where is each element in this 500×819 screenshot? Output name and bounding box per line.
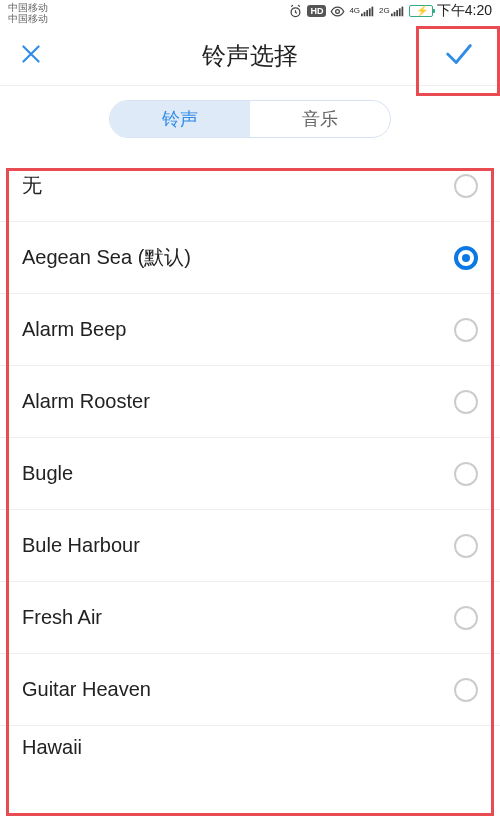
tab-group: 铃声 音乐 (109, 100, 391, 138)
radio-icon (454, 390, 478, 414)
radio-icon (454, 462, 478, 486)
signal-2-icon: 2G (379, 5, 405, 17)
alarm-clock-icon (288, 4, 303, 19)
carrier-1: 中国移动 (8, 2, 48, 13)
radio-icon (454, 318, 478, 342)
svg-rect-7 (391, 14, 393, 17)
list-item[interactable]: Alarm Beep (0, 294, 500, 366)
list-item-label: Hawaii (22, 736, 82, 759)
list-item[interactable]: Bugle (0, 438, 500, 510)
list-item-label: Aegean Sea (默认) (22, 244, 191, 271)
svg-rect-11 (401, 7, 403, 17)
list-item-label: Bule Harbour (22, 534, 140, 557)
page-title: 铃声选择 (202, 40, 298, 72)
list-item-label: Fresh Air (22, 606, 102, 629)
radio-selected-icon (454, 246, 478, 270)
svg-rect-8 (393, 12, 395, 16)
svg-rect-10 (399, 8, 401, 16)
list-item-label: Guitar Heaven (22, 678, 151, 701)
list-item[interactable]: Fresh Air (0, 582, 500, 654)
check-icon (442, 37, 476, 75)
svg-point-1 (336, 9, 340, 13)
list-item[interactable]: Guitar Heaven (0, 654, 500, 726)
radio-icon (454, 534, 478, 558)
list-item[interactable]: Bule Harbour (0, 510, 500, 582)
tab-music[interactable]: 音乐 (250, 101, 390, 137)
list-item-label: 无 (22, 172, 42, 199)
radio-icon (454, 606, 478, 630)
svg-rect-9 (396, 10, 398, 16)
list-item-label: Alarm Rooster (22, 390, 150, 413)
list-item[interactable]: 无 (0, 150, 500, 222)
eye-icon (330, 4, 345, 19)
carrier-labels: 中国移动 中国移动 (8, 2, 48, 24)
radio-icon (454, 678, 478, 702)
list-item[interactable]: Hawaii (0, 726, 500, 778)
list-item[interactable]: Alarm Rooster (0, 366, 500, 438)
signal-1-icon: 4G (349, 5, 375, 17)
svg-rect-6 (372, 7, 374, 17)
close-icon (18, 41, 44, 71)
confirm-button[interactable] (418, 26, 500, 86)
header: 铃声选择 (0, 26, 500, 86)
status-right: HD 4G 2G ⚡ 下午4:20 (288, 2, 492, 20)
status-bar: 中国移动 中国移动 HD 4G 2G ⚡ 下午4:20 (0, 0, 500, 26)
tab-bar: 铃声 音乐 (0, 86, 500, 150)
list-item-label: Bugle (22, 462, 73, 485)
battery-icon: ⚡ (409, 5, 433, 17)
list-item[interactable]: Aegean Sea (默认) (0, 222, 500, 294)
svg-rect-2 (361, 14, 363, 17)
hd-badge: HD (307, 5, 326, 17)
svg-rect-4 (366, 10, 368, 16)
svg-rect-5 (369, 8, 371, 16)
ringtone-list: 无 Aegean Sea (默认) Alarm Beep Alarm Roost… (0, 150, 500, 778)
close-button[interactable] (14, 39, 48, 73)
radio-icon (454, 174, 478, 198)
list-item-label: Alarm Beep (22, 318, 127, 341)
tab-ringtone[interactable]: 铃声 (110, 101, 250, 137)
svg-rect-3 (364, 12, 366, 16)
carrier-2: 中国移动 (8, 13, 48, 24)
clock-time: 下午4:20 (437, 2, 492, 20)
